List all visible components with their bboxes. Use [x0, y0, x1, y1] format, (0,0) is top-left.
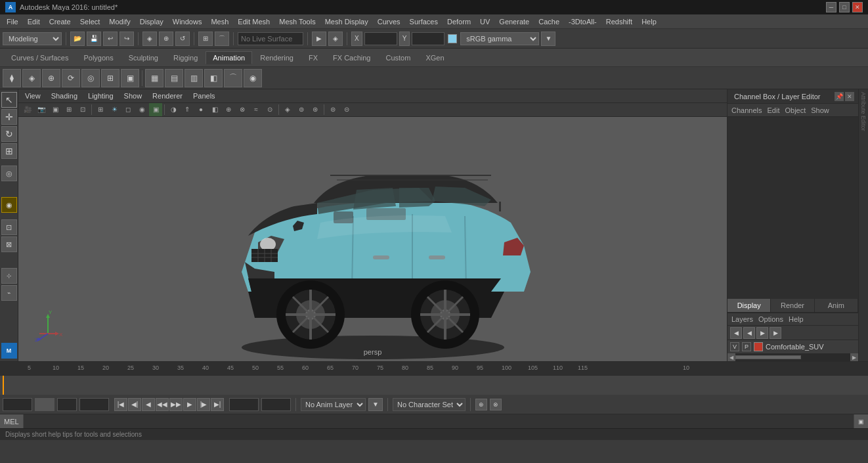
vt-motion-blur-btn[interactable]: ≈ [250, 103, 263, 116]
timeline-scrubber[interactable] [0, 375, 868, 395]
move-layer-up-icon[interactable]: ◀ [730, 327, 742, 339]
vt-shadows-btn[interactable]: ◧ [208, 103, 221, 116]
redo-btn[interactable]: ↪ [119, 32, 134, 46]
snap-grid-btn[interactable]: ⊞ [198, 32, 213, 46]
menu-3dto-all[interactable]: -3DtoAll- [565, 16, 601, 27]
view-menu[interactable]: View [22, 91, 43, 101]
timeline-ruler[interactable]: 5 10 15 20 25 30 35 40 45 50 55 60 65 70… [0, 362, 868, 375]
maya-logo-btn[interactable]: M [1, 343, 17, 359]
prev-key-btn[interactable]: ◀ [142, 398, 155, 411]
current-frame-input[interactable]: 1 [3, 398, 32, 411]
layer-expand-icon[interactable]: ◀ [756, 327, 768, 339]
snap-points-btn[interactable]: ⊡ [1, 219, 17, 235]
soft-select-btn[interactable]: ◉ [1, 197, 17, 213]
frame-num[interactable]: 1 [57, 398, 77, 411]
vt-hud-btn[interactable]: ⊙ [263, 103, 276, 116]
shelf-tab-polygons[interactable]: Polygons [76, 51, 120, 64]
menu-curves[interactable]: Curves [374, 16, 404, 27]
shelf-tab-custom[interactable]: Custom [379, 51, 418, 64]
go-to-end-btn[interactable]: ▶| [211, 398, 224, 411]
shelf-tab-animation[interactable]: Animation [206, 51, 252, 64]
shelf-icon-camera[interactable]: ◧ [204, 69, 223, 87]
channel-box-close-icon[interactable]: ✕ [845, 92, 854, 101]
shelf-tab-fx[interactable]: FX [301, 51, 325, 64]
snap-curve-btn[interactable]: ⌒ [215, 32, 229, 46]
vt-scene-cache-btn[interactable]: ⊜ [326, 103, 339, 116]
coord-y-field[interactable]: 1.00 [412, 32, 445, 45]
step-back-btn[interactable]: ◀| [128, 398, 141, 411]
h-scrollbar[interactable]: ◀ ▶ [727, 353, 858, 361]
step-forward-btn[interactable]: |▶ [197, 398, 210, 411]
play-start-field[interactable]: 120 [229, 398, 259, 411]
edit-menu[interactable]: Edit [767, 106, 779, 114]
vt-dof-btn[interactable]: ⊕ [222, 103, 235, 116]
save-btn[interactable]: 💾 [87, 32, 101, 46]
maximize-button[interactable]: □ [839, 2, 850, 12]
shelf-icon-deform[interactable]: ▣ [121, 69, 139, 87]
menu-modify[interactable]: Modify [105, 16, 134, 27]
menu-redshift[interactable]: Redshift [602, 16, 636, 27]
menu-uv[interactable]: UV [476, 16, 494, 27]
frame-display[interactable]: 1 [35, 398, 54, 411]
vt-xray-btn[interactable]: ◑ [167, 103, 180, 116]
shelf-icon-constraint[interactable]: ◎ [81, 69, 100, 87]
layer-row[interactable]: V P Comfortable_SUV [727, 340, 858, 353]
shelf-icon-trax[interactable]: ▥ [184, 69, 203, 87]
open-file-btn[interactable]: 📂 [70, 32, 85, 46]
scroll-left-btn[interactable]: ◀ [727, 353, 735, 361]
play-end-field[interactable]: 200 [261, 398, 291, 411]
rotate-btn[interactable]: ↺ [175, 32, 190, 46]
shelf-tab-xgen[interactable]: XGen [418, 51, 451, 64]
shading-menu[interactable]: Shading [49, 91, 80, 101]
vt-wireframe-btn[interactable]: ◻ [121, 103, 135, 116]
options-menu[interactable]: Options [758, 315, 783, 323]
snap-edge-btn[interactable]: ⊠ [1, 236, 17, 252]
menu-cache[interactable]: Cache [534, 16, 563, 27]
shelf-icon-graph-editor[interactable]: ▦ [145, 69, 163, 87]
shelf-tab-rendering[interactable]: Rendering [253, 51, 301, 64]
scroll-track[interactable] [735, 355, 850, 359]
play-back-btn[interactable]: ◀◀ [156, 398, 169, 411]
vt-aa-btn[interactable]: ⊗ [236, 103, 249, 116]
help-menu[interactable]: Help [789, 315, 804, 323]
show-menu[interactable]: Show [121, 91, 145, 101]
channels-menu[interactable]: Channels [731, 106, 762, 114]
vt-cam3-btn[interactable]: ▣ [49, 103, 62, 116]
shelf-icon-motion-path[interactable]: ⌒ [224, 69, 242, 87]
undo-btn[interactable]: ↩ [103, 32, 118, 46]
minimize-button[interactable]: ─ [826, 2, 836, 12]
play-forward-btn[interactable]: ▶▶ [169, 398, 183, 411]
shelf-icon-ik[interactable]: ⟳ [62, 69, 80, 87]
script-editor-btn[interactable]: ▣ [854, 414, 868, 428]
shelf-icon-path[interactable]: ⊕ [42, 69, 60, 87]
vt-film-gate-btn[interactable]: ⊞ [62, 103, 76, 116]
anim-layer-select[interactable]: No Anim Layer [301, 398, 366, 411]
vt-bookmark-btn[interactable]: ⊚ [295, 103, 308, 116]
render-view-btn[interactable]: ▶ [312, 32, 326, 46]
vt-normals-btn[interactable]: ⇑ [181, 103, 194, 116]
next-key-btn[interactable]: ▶ [183, 398, 196, 411]
color-profile-dropdown[interactable]: ▼ [541, 32, 555, 46]
rotate-tool-btn[interactable]: ↻ [1, 126, 17, 142]
menu-generate[interactable]: Generate [495, 16, 533, 27]
character-set-select[interactable]: No Character Set [393, 398, 466, 411]
vt-camera2-btn[interactable]: 📷 [35, 103, 48, 116]
vt-snap-camera-btn[interactable]: ⊛ [309, 103, 322, 116]
live-surface-field[interactable] [238, 32, 303, 45]
show-menu[interactable]: Show [811, 106, 829, 114]
menu-mesh[interactable]: Mesh [207, 16, 232, 27]
vt-resolution-btn[interactable]: ⊡ [76, 103, 89, 116]
move-tool-btn[interactable]: ✛ [1, 109, 17, 125]
vt-shade-btn[interactable]: ▣ [149, 103, 162, 116]
transform-btn[interactable]: ⊕ [159, 32, 173, 46]
select-btn[interactable]: ◈ [142, 32, 157, 46]
menu-create[interactable]: Create [45, 16, 75, 27]
menu-surfaces[interactable]: Surfaces [406, 16, 442, 27]
layer-collapse-icon[interactable]: ◀ [770, 327, 781, 339]
vt-ao-btn[interactable]: ● [194, 103, 207, 116]
menu-file[interactable]: File [3, 16, 22, 27]
layer-visibility-btn[interactable]: V [730, 342, 739, 351]
mode-select[interactable]: Modeling [3, 32, 62, 45]
anim-tab[interactable]: Anim [815, 299, 858, 312]
shelf-icon-parent-constraint[interactable]: ⊞ [101, 69, 119, 87]
